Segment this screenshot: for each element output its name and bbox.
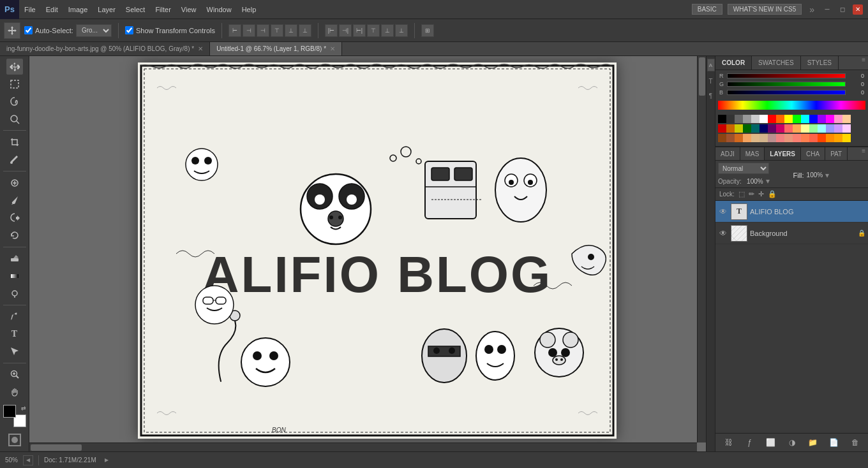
gradient-tool[interactable] [6, 268, 23, 284]
swatch-red[interactable] [768, 115, 776, 123]
menu-filter[interactable]: Filter [150, 0, 176, 18]
add-mask-icon[interactable]: ⬜ [765, 436, 777, 449]
crop-tool[interactable] [6, 134, 23, 150]
maximize-button[interactable]: ◻ [837, 4, 848, 15]
pat-tab[interactable]: PAT [825, 147, 848, 160]
hand-tool[interactable] [6, 384, 23, 400]
swatch-navy[interactable] [760, 124, 768, 133]
color-tab[interactable]: COLOR [715, 56, 752, 69]
swatch-light-red[interactable] [784, 124, 793, 133]
lock-all-icon[interactable]: 🔒 [768, 190, 777, 198]
swatch-orange-red[interactable] [818, 134, 826, 142]
layer-visibility-alifio[interactable]: 👁 [718, 207, 728, 217]
horizontal-scroll-thumb[interactable] [31, 444, 82, 451]
swatch-yellow[interactable] [784, 115, 793, 123]
vertical-scrollbar[interactable] [697, 56, 706, 442]
layer-item-background[interactable]: 👁 Background 🔒 [715, 223, 868, 244]
zoom-tool[interactable] [6, 367, 23, 383]
pen-tool[interactable] [6, 309, 23, 325]
swatch-dark-gray[interactable] [726, 115, 735, 123]
swatch-light-green[interactable] [809, 124, 818, 133]
swatch-dark-red[interactable] [718, 124, 726, 133]
menu-edit[interactable]: Edit [41, 0, 63, 18]
status-left-arrow[interactable]: ◀ [23, 455, 33, 465]
swatch-gray[interactable] [735, 115, 743, 123]
auto-select-checkbox[interactable]: Auto-Select: Gro... Layer [24, 24, 112, 37]
swatch-blue[interactable] [809, 115, 818, 123]
eraser-tool[interactable] [6, 251, 23, 267]
add-style-icon[interactable]: ƒ [744, 436, 756, 449]
lock-move-icon[interactable]: ✛ [758, 190, 764, 198]
layer-visibility-background[interactable]: 👁 [718, 228, 728, 238]
swatch-green[interactable] [793, 115, 801, 123]
swatch-light-blue[interactable] [826, 124, 834, 133]
swap-colors-icon[interactable]: ⇄ [21, 405, 26, 411]
dist-right-icon[interactable]: ⊢| [353, 24, 366, 37]
dist-center-v-icon[interactable]: ⊥ [381, 24, 394, 37]
blend-mode-select[interactable]: Normal Multiply Screen Overlay [718, 163, 769, 174]
healing-brush-tool[interactable] [6, 175, 23, 191]
swatch-light-yellow[interactable] [801, 124, 809, 133]
tab-1-close[interactable]: ✕ [198, 45, 203, 52]
clone-stamp-tool[interactable] [6, 210, 23, 226]
align-top-icon[interactable]: ⊤ [271, 24, 283, 37]
swatch-coral[interactable] [801, 134, 809, 142]
swatch-dark-pink[interactable] [776, 124, 784, 133]
swatch-dark-green[interactable] [743, 124, 751, 133]
swatch-lighter-gray[interactable] [751, 115, 760, 123]
path-selection-tool[interactable] [6, 343, 23, 359]
swatch-brown[interactable] [718, 134, 726, 142]
swatch-cyan[interactable] [801, 115, 809, 123]
color-swatches[interactable]: ⇄ [3, 405, 26, 427]
minimize-button[interactable]: ─ [822, 4, 832, 15]
swatch-light-coral[interactable] [776, 134, 784, 142]
swatch-burlywood[interactable] [751, 134, 760, 142]
vertical-scroll-thumb[interactable] [699, 57, 705, 96]
dist-center-h-icon[interactable]: ⊣| [339, 24, 352, 37]
swatch-olive[interactable] [735, 124, 743, 133]
align-center-h-icon[interactable]: ⊣ [243, 24, 255, 37]
quick-select-tool[interactable] [6, 111, 23, 127]
type-tool[interactable]: T [6, 326, 23, 342]
swatch-dark-salmon[interactable] [784, 134, 793, 142]
lasso-tool[interactable] [6, 94, 23, 110]
menu-layer[interactable]: Layer [93, 0, 121, 18]
show-transform-checkbox[interactable]: Show Transform Controls [125, 26, 215, 34]
move-tool-icon[interactable] [4, 22, 20, 39]
swatch-sandy[interactable] [743, 134, 751, 142]
color-panel-menu[interactable]: ≡ [859, 56, 868, 69]
menu-image[interactable]: Image [63, 0, 93, 18]
swatch-sienna[interactable] [726, 134, 735, 142]
swatch-magenta[interactable] [826, 115, 834, 123]
swatch-brown-orange[interactable] [726, 124, 735, 133]
dist-bottom-icon[interactable]: ⊥ [395, 24, 408, 37]
r-slider[interactable] [727, 73, 846, 78]
delete-layer-icon[interactable]: 🗑 [849, 436, 862, 449]
foreground-color-swatch[interactable] [3, 405, 16, 418]
swatch-teal[interactable] [751, 124, 760, 133]
swatch-dark-purple[interactable] [768, 124, 776, 133]
swatch-light-gray[interactable] [743, 115, 751, 123]
cha-tab[interactable]: CHA [801, 147, 825, 160]
swatch-pink[interactable] [834, 115, 842, 123]
para-tool-mini[interactable]: ¶ [708, 91, 714, 101]
eyedropper-tool[interactable] [6, 152, 23, 168]
swatch-salmon[interactable] [793, 134, 801, 142]
add-link-icon[interactable]: ⛓ [722, 436, 735, 449]
tab-1[interactable]: ing-funny-doodle-by-bon-arts.jpg @ 50% (… [0, 42, 210, 55]
document-canvas[interactable]: ALIFIO BLOG [138, 62, 617, 439]
brush-tool[interactable] [6, 192, 23, 208]
status-right-arrow[interactable]: ▶ [101, 455, 112, 465]
auto-align-icon[interactable]: ⊞ [421, 24, 434, 37]
swatch-gold[interactable] [842, 134, 851, 142]
menu-select[interactable]: Select [121, 0, 151, 18]
fill-arrow[interactable]: ▾ [825, 171, 829, 180]
new-group-icon[interactable]: 📁 [807, 436, 819, 449]
align-right-icon[interactable]: ⊣ [257, 24, 269, 37]
dist-top-icon[interactable]: ⊤ [367, 24, 380, 37]
auto-select-check[interactable] [24, 26, 33, 34]
layers-tab[interactable]: LAYERS [765, 147, 801, 160]
basic-workspace-button[interactable]: BASIC [692, 4, 722, 15]
tab-2[interactable]: Untitled-1 @ 66.7% (Layer 1, RGB/8) * ✕ [210, 42, 342, 55]
history-brush-tool[interactable] [6, 227, 23, 243]
